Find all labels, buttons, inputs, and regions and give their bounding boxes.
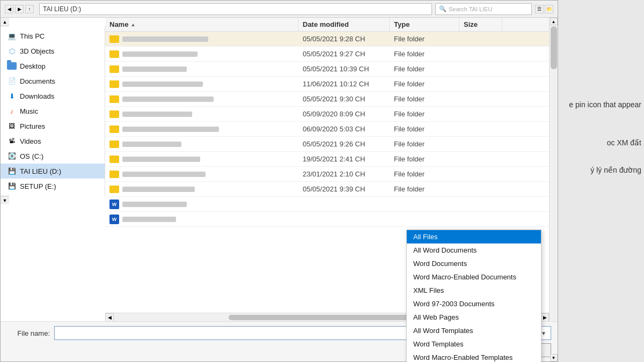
sidebar-item-documents[interactable]: 📄 Documents: [1, 73, 105, 88]
col-header-date[interactable]: Date modified: [298, 18, 390, 31]
dropdown-item-word-macro-templates[interactable]: Word Macro-Enabled Templates: [407, 351, 541, 362]
filetype-dropdown-menu: All Files All Word Documents Word Docume…: [406, 230, 541, 362]
table-row[interactable]: 11/06/2021 10:12 CH File folder: [105, 77, 549, 92]
sidebar-item-tai-lieu[interactable]: 💾 TAI LIEU (D:): [1, 164, 105, 179]
documents-icon: 📄: [7, 76, 17, 86]
dropdown-item-word-templates[interactable]: Word Templates: [407, 337, 541, 351]
nav-back-button[interactable]: ◀: [5, 5, 13, 13]
3d-icon: ⬡: [7, 46, 17, 56]
sidebar-item-this-pc[interactable]: 💻 This PC: [1, 28, 105, 43]
tai-lieu-icon: 💾: [7, 166, 17, 176]
pc-icon: 💻: [7, 31, 17, 41]
vertical-scrollbar[interactable]: ▲ ▼: [549, 18, 558, 321]
filename-label: File name:: [7, 329, 50, 337]
table-row[interactable]: 06/09/2020 5:03 CH File folder: [105, 122, 549, 137]
dropdown-item-word-macro[interactable]: Word Macro-Enabled Documents: [407, 270, 541, 284]
sidebar-item-setup-e[interactable]: 💾 SETUP (E:): [1, 179, 105, 194]
sidebar-item-os-c[interactable]: 💽 OS (C:): [1, 149, 105, 164]
nav-path-bar[interactable]: TAI LIEU (D:): [39, 3, 432, 15]
os-c-icon: 💽: [7, 151, 17, 161]
col-header-size[interactable]: Size: [459, 18, 502, 31]
filetype-chevron-icon: ▼: [541, 330, 546, 336]
dropdown-item-all-word-docs[interactable]: All Word Documents: [407, 243, 541, 257]
sidebar-item-3d-objects[interactable]: ⬡ 3D Objects: [1, 43, 105, 58]
dropdown-item-all-word-templates[interactable]: All Word Templates: [407, 324, 541, 337]
table-row[interactable]: W: [105, 197, 549, 212]
word-doc-icon: W: [109, 200, 119, 209]
vscroll-thumb[interactable]: [551, 26, 557, 69]
new-folder-button[interactable]: 📁: [545, 5, 553, 13]
sidebar-item-videos[interactable]: 📽 Videos: [1, 134, 105, 149]
dropdown-item-word-97[interactable]: Word 97-2003 Documents: [407, 297, 541, 311]
table-row[interactable]: 05/05/2021 9:39 CH File folder: [105, 182, 549, 197]
word-doc-icon-2: W: [109, 215, 119, 224]
sidebar-scroll-down[interactable]: ▼: [1, 196, 9, 204]
dropdown-item-word-docs[interactable]: Word Documents: [407, 257, 541, 270]
music-icon: ♪: [7, 106, 17, 116]
dropdown-item-all-files[interactable]: All Files: [407, 230, 541, 243]
hscroll-left-arrow[interactable]: ◀: [105, 313, 114, 322]
nav-forward-button[interactable]: ▶: [15, 5, 24, 13]
videos-icon: 📽: [7, 136, 17, 146]
search-icon: 🔍: [439, 5, 447, 12]
sidebar-item-downloads[interactable]: ⬇ Downloads: [1, 88, 105, 104]
hscroll-right-arrow[interactable]: ▶: [540, 313, 549, 322]
vscroll-up-arrow[interactable]: ▲: [550, 18, 558, 25]
dropdown-item-all-web[interactable]: All Web Pages: [407, 311, 541, 324]
table-row[interactable]: 05/09/2020 8:09 CH File folder: [105, 107, 549, 122]
sidebar-item-music[interactable]: ♪ Music: [1, 104, 105, 119]
setup-e-icon: 💾: [7, 181, 17, 191]
search-bar[interactable]: 🔍 Search TAI LIEU: [435, 3, 532, 15]
nav-up-button[interactable]: ↑: [25, 5, 34, 13]
view-toggle-button[interactable]: ☰: [535, 5, 544, 13]
filename-input[interactable]: [54, 326, 412, 340]
table-row[interactable]: 05/05/2021 9:26 CH File folder: [105, 137, 549, 152]
col-header-name[interactable]: Name ▲: [105, 18, 298, 31]
downloads-icon: ⬇: [7, 91, 17, 101]
table-row[interactable]: 19/05/2021 2:41 CH File folder: [105, 152, 549, 167]
sidebar-item-desktop[interactable]: Desktop: [1, 58, 105, 73]
sort-arrow-name: ▲: [130, 22, 135, 27]
pictures-icon: 🖼: [7, 121, 17, 131]
dialog-nav: ◀ ▶ ↑ TAI LIEU (D:) 🔍 Search TAI LIEU ☰ …: [1, 1, 558, 18]
col-header-type[interactable]: Type: [390, 18, 459, 31]
sidebar-container: ▲ 💻 This PC ⬡ 3D Objects Desktop 📄 Docum…: [1, 18, 105, 321]
dropdown-item-xml-files[interactable]: XML Files: [407, 284, 541, 297]
column-headers: Name ▲ Date modified Type Size: [105, 18, 549, 32]
desktop-icon: [7, 61, 17, 71]
sidebar: 💻 This PC ⬡ 3D Objects Desktop 📄 Documen…: [1, 26, 105, 196]
table-row[interactable]: W: [105, 212, 549, 227]
table-row[interactable]: 05/05/2021 9:28 CH File folder: [105, 32, 549, 47]
table-row[interactable]: 23/01/2021 2:10 CH File folder: [105, 167, 549, 182]
table-row[interactable]: 05/05/2021 10:39 CH File folder: [105, 62, 549, 77]
table-row[interactable]: 05/05/2021 9:30 CH File folder: [105, 92, 549, 107]
sidebar-scroll-up[interactable]: ▲: [1, 18, 9, 26]
sidebar-item-pictures[interactable]: 🖼 Pictures: [1, 119, 105, 134]
table-row[interactable]: 05/05/2021 9:27 CH File folder: [105, 47, 549, 62]
